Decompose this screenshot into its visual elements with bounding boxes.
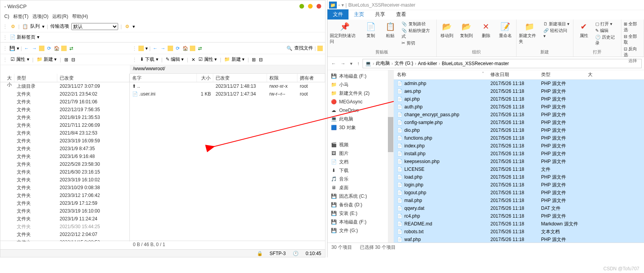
find-label[interactable]: 查找文件 bbox=[294, 45, 313, 51]
table-row[interactable]: 上级目录2023/11/27 3:07:09 bbox=[0, 82, 129, 90]
nav-up-icon[interactable]: ↑ bbox=[356, 61, 361, 66]
back2-icon[interactable]: ← bbox=[152, 45, 158, 51]
tree-item[interactable]: 💾本地磁盘 (F:) bbox=[327, 218, 393, 226]
selectall-button[interactable]: ⊞ 全部选 bbox=[624, 21, 641, 33]
folder2-icon[interactable] bbox=[190, 46, 195, 51]
tab-share[interactable]: 共享 bbox=[370, 9, 391, 20]
tree-item[interactable]: 🖥桌面 bbox=[327, 183, 393, 192]
file-row[interactable]: 📄 mail.php2017/5/26 11:18PHP 源文件 bbox=[394, 197, 644, 204]
copyto-button[interactable]: 📂复制到 bbox=[458, 21, 475, 39]
hdr-name[interactable]: 名字 bbox=[130, 74, 197, 82]
tree-item[interactable]: 🖼图片 bbox=[327, 149, 393, 158]
table-row[interactable]: 文件夹2023/10/29 0:08:38 bbox=[0, 184, 129, 191]
up-icon[interactable] bbox=[39, 46, 44, 51]
moveto-button[interactable]: 📂移动到 bbox=[439, 21, 455, 39]
file-row[interactable]: 📄 logout.php2017/5/26 11:18PHP 源文件 bbox=[394, 189, 644, 197]
properties-button[interactable]: ✔属性 bbox=[576, 21, 592, 39]
quickaccess-icon[interactable]: 📁 bbox=[329, 2, 337, 9]
download-btn[interactable]: ⬇ 下载 ▾ bbox=[140, 56, 158, 63]
menu-c[interactable]: C) bbox=[3, 13, 11, 20]
file-row[interactable]: 📄 rc4.php2017/5/26 11:18PHP 源文件 bbox=[394, 212, 644, 220]
menu-help[interactable]: 帮助(H) bbox=[71, 12, 90, 21]
file-row[interactable]: 📄 api.php2017/5/26 11:18PHP 源文件 bbox=[394, 95, 644, 103]
hdr-type[interactable]: 类型 bbox=[14, 74, 57, 82]
minus-left-icon[interactable]: ⊟ bbox=[71, 57, 75, 62]
tree-item[interactable]: 💾备份盘 (D:) bbox=[327, 200, 393, 209]
file-row[interactable]: 📄 change_encrypt_pass.php2017/5/26 11:18… bbox=[394, 111, 644, 119]
table-row[interactable]: 文件夹2023/3/12 17:06:42 bbox=[0, 191, 129, 199]
home2-icon[interactable]: 🏠 bbox=[182, 46, 188, 51]
history-button[interactable]: 🕐 历史记录 bbox=[595, 34, 619, 46]
tree-item[interactable]: 💾本地磁盘 (F:) bbox=[327, 72, 393, 80]
newfolder-button[interactable]: 📁新建文件夹 bbox=[519, 21, 540, 44]
table-row[interactable]: ⬆ ..2023/11/27 1:48:13rwxr-xr-xroot bbox=[130, 82, 325, 90]
file-row[interactable]: 📄 login.php2017/5/26 11:18PHP 源文件 bbox=[394, 181, 644, 189]
minimize-icon[interactable] bbox=[299, 4, 304, 9]
table-row[interactable]: 文件夹2023/1/9 17:12:59 bbox=[0, 199, 129, 207]
qat-icon2[interactable]: ▾ bbox=[341, 2, 344, 8]
tree-item[interactable]: 💻此电脑 bbox=[327, 115, 393, 123]
file-row[interactable]: 📄 dio.php2017/5/26 11:18PHP 源文件 bbox=[394, 126, 644, 134]
fhdr-name[interactable]: 名称 ˄ bbox=[394, 71, 487, 78]
new-tab-button[interactable]: 📄 新标签页 ▾ bbox=[10, 34, 39, 41]
table-row[interactable]: 文件夹2021/7/9 16:01:06 bbox=[0, 98, 129, 106]
fwd2-icon[interactable]: → bbox=[160, 45, 166, 51]
refresh2-icon[interactable]: ⟳ bbox=[175, 45, 181, 51]
invert-button[interactable]: ⊡ 反向选 bbox=[624, 46, 641, 58]
cut-button[interactable]: ✂ 剪切 bbox=[402, 40, 433, 46]
home-icon[interactable]: 🏠 bbox=[54, 46, 60, 51]
table-row[interactable]: 文件夹2023/1/9 8:47:35 bbox=[0, 145, 129, 152]
new-right[interactable]: 📁 新建 ▾ bbox=[224, 56, 244, 63]
selectnone-button[interactable]: ⊟ 全部取 bbox=[624, 34, 641, 45]
pasteshortcut-button[interactable]: 📎 粘贴快捷方式 bbox=[402, 28, 433, 39]
prop-left[interactable]: ☑ 属性 ▾ bbox=[11, 56, 29, 63]
table-row[interactable]: 文件夹2023/3/19 16:09:59 bbox=[0, 137, 129, 145]
remote-drive-icon[interactable] bbox=[138, 46, 144, 51]
file-rows[interactable]: 📄 admin.php2017/5/26 11:18PHP 源文件📄 aes.p… bbox=[394, 80, 644, 243]
plus-left-icon[interactable]: ⊞ bbox=[64, 57, 68, 62]
copypath-button[interactable]: 📎 复制路径 bbox=[402, 21, 433, 27]
tree-item[interactable]: 💾文件 (G:) bbox=[327, 226, 393, 235]
table-row[interactable]: 文件夹2021/5/30 15:44:25 bbox=[0, 223, 129, 230]
folder-icon[interactable] bbox=[61, 46, 67, 51]
breadcrumb[interactable]: 💻› 此电脑› 文件 (G:)› Anti-killer› BlueLotus_… bbox=[363, 59, 642, 68]
tree-item[interactable]: 💾安装 (E:) bbox=[327, 209, 393, 218]
tree-item[interactable]: 🎵音乐 bbox=[327, 175, 393, 183]
tab-file[interactable]: 文件 bbox=[327, 9, 349, 20]
minus-right-icon[interactable]: ⊟ bbox=[259, 57, 263, 62]
edit-btn[interactable]: ✎ 编辑 ▾ bbox=[166, 56, 184, 63]
remote-rows[interactable]: ⬆ ..2023/11/27 1:48:13rwxr-xr-xroot📄 .us… bbox=[130, 82, 325, 241]
remote-path[interactable]: /www/wwwroot/ bbox=[130, 65, 325, 74]
new-left[interactable]: 📁 新建 ▾ bbox=[37, 56, 57, 63]
file-row[interactable]: 📄 functions.php2017/5/26 11:18PHP 源文件 bbox=[394, 134, 644, 142]
table-row[interactable]: 文件夹2022/2/12 2:04:07 bbox=[0, 230, 129, 238]
find-icon[interactable]: 🔍 bbox=[287, 45, 293, 51]
tree-item[interactable]: ⬇下载 bbox=[327, 166, 393, 175]
tree-scrollbar[interactable] bbox=[388, 70, 393, 243]
tree-item[interactable]: ☁OneDrive bbox=[327, 106, 393, 115]
hdr-perm[interactable]: 权限 bbox=[267, 74, 297, 82]
crumb-folder1[interactable]: Anti-killer bbox=[418, 61, 437, 66]
file-row[interactable]: 📄 auth.php2017/5/26 11:18PHP 源文件 bbox=[394, 103, 644, 111]
fhdr-date[interactable]: 修改日期 bbox=[487, 71, 538, 78]
hdr-rsize[interactable]: 大小 bbox=[197, 74, 213, 82]
drive-icon[interactable]: 💾 bbox=[9, 45, 15, 51]
local-rows[interactable]: 上级目录2023/11/27 3:07:09文件夹2022/2/1 23:54:… bbox=[0, 82, 129, 241]
tree-scroll-thumb[interactable] bbox=[388, 117, 393, 152]
queue-label[interactable]: 队列 bbox=[30, 23, 40, 30]
winscp-titlebar[interactable]: - WinSCP bbox=[0, 0, 325, 12]
prop-right[interactable]: ☑ 属性 ▾ bbox=[198, 56, 217, 63]
plus-right-icon[interactable]: ⊞ bbox=[252, 57, 256, 62]
gear2-icon[interactable]: ⚙ bbox=[124, 23, 130, 30]
tree-item[interactable]: 📄文档 bbox=[327, 158, 393, 166]
file-row[interactable]: 📄 qqwry.dat2017/5/26 11:18DAT 文件 bbox=[394, 204, 644, 212]
file-row[interactable]: 📄 README.md2017/5/26 11:18Markdown 源文件 bbox=[394, 220, 644, 228]
rename-button[interactable]: 📝重命名 bbox=[497, 21, 514, 39]
crumb-folder2[interactable]: BlueLotus_XSSReceiver-master bbox=[442, 61, 509, 66]
maximize-icon[interactable] bbox=[308, 4, 313, 9]
file-row[interactable]: 📄 config-sample.php2017/5/26 11:18PHP 源文… bbox=[394, 119, 644, 126]
newitem-button[interactable]: 🗋 新建项目 ▾ bbox=[543, 21, 571, 27]
transfer-select[interactable]: 默认 bbox=[71, 23, 118, 30]
sync-icon[interactable]: ⇄ bbox=[68, 45, 74, 51]
table-row[interactable]: 文件夹2021/7/11 22:06:09 bbox=[0, 121, 129, 129]
